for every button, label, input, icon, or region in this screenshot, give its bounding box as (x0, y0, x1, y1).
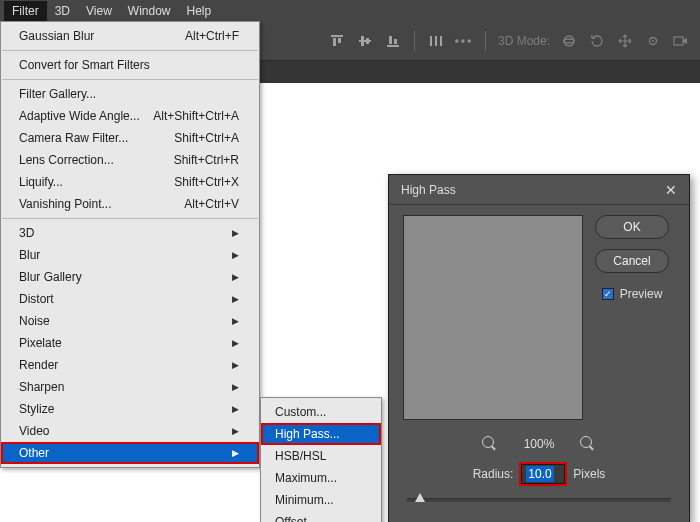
menu-noise-sub[interactable]: Noise▶ (1, 310, 259, 332)
zoom-in-icon[interactable] (580, 436, 596, 452)
menu-vanishing-point[interactable]: Vanishing Point...Alt+Ctrl+V (1, 193, 259, 215)
menu-convert-smart[interactable]: Convert for Smart Filters (1, 54, 259, 76)
separator (2, 79, 258, 80)
svg-rect-7 (389, 36, 392, 44)
label: Stylize (19, 402, 54, 416)
menu-camera-raw[interactable]: Camera Raw Filter...Shift+Ctrl+A (1, 127, 259, 149)
label: Vanishing Point... (19, 197, 112, 211)
submenu-custom[interactable]: Custom... (261, 401, 381, 423)
high-pass-dialog: High Pass ✕ OK Cancel ✓ Preview 100% Rad… (388, 174, 690, 522)
label: Blur (19, 248, 40, 262)
menu-blur-sub[interactable]: Blur▶ (1, 244, 259, 266)
menu-sharpen-sub[interactable]: Sharpen▶ (1, 376, 259, 398)
separator (2, 218, 258, 219)
cancel-button[interactable]: Cancel (595, 249, 669, 273)
label: Gaussian Blur (19, 29, 94, 43)
rotate-3d-icon[interactable] (588, 32, 606, 50)
submenu-minimum[interactable]: Minimum... (261, 489, 381, 511)
more-icon[interactable]: ••• (455, 32, 473, 50)
shortcut: Alt+Shift+Ctrl+A (153, 109, 239, 123)
arrow-icon: ▶ (232, 294, 239, 304)
arrow-icon: ▶ (232, 250, 239, 260)
separator (485, 31, 486, 51)
close-icon[interactable]: ✕ (661, 180, 681, 200)
menu-view[interactable]: View (78, 1, 120, 21)
svg-rect-2 (338, 38, 341, 43)
menu-filter[interactable]: Filter (4, 1, 47, 21)
preview-area[interactable] (403, 215, 583, 420)
label: 3D (19, 226, 34, 240)
zoom-level: 100% (524, 437, 555, 451)
menu-video-sub[interactable]: Video▶ (1, 420, 259, 442)
menu-distort-sub[interactable]: Distort▶ (1, 288, 259, 310)
menu-window[interactable]: Window (120, 1, 179, 21)
menu-filter-gallery[interactable]: Filter Gallery... (1, 83, 259, 105)
menu-blur-gallery-sub[interactable]: Blur Gallery▶ (1, 266, 259, 288)
mode-label: 3D Mode: (498, 34, 550, 48)
menu-help[interactable]: Help (179, 1, 220, 21)
align-vmiddle-icon[interactable] (356, 32, 374, 50)
submenu-hsb-hsl[interactable]: HSB/HSL (261, 445, 381, 467)
menubar: Filter 3D View Window Help (0, 0, 700, 21)
orbit-3d-icon[interactable] (560, 32, 578, 50)
menu-other-sub[interactable]: Other▶ (1, 442, 259, 464)
other-submenu: Custom... High Pass... HSB/HSL Maximum..… (260, 397, 382, 522)
label: Noise (19, 314, 50, 328)
dialog-title-bar[interactable]: High Pass ✕ (389, 175, 689, 205)
radius-row: Radius: 10.0 Pixels (389, 460, 689, 494)
menu-adaptive-wide-angle[interactable]: Adaptive Wide Angle...Alt+Shift+Ctrl+A (1, 105, 259, 127)
menu-render-sub[interactable]: Render▶ (1, 354, 259, 376)
slide-3d-icon[interactable] (644, 32, 662, 50)
svg-rect-1 (333, 38, 336, 46)
arrow-icon: ▶ (232, 272, 239, 282)
label: Camera Raw Filter... (19, 131, 128, 145)
separator (414, 31, 415, 51)
svg-rect-11 (440, 36, 442, 46)
menu-gaussian-blur[interactable]: Gaussian Blur Alt+Ctrl+F (1, 25, 259, 47)
dialog-title: High Pass (401, 183, 456, 197)
label: Sharpen (19, 380, 64, 394)
radius-label: Radius: (473, 467, 514, 481)
label: Liquify... (19, 175, 63, 189)
zoom-controls: 100% (389, 434, 689, 460)
pan-3d-icon[interactable] (616, 32, 634, 50)
submenu-maximum[interactable]: Maximum... (261, 467, 381, 489)
arrow-icon: ▶ (232, 360, 239, 370)
shortcut: Shift+Ctrl+X (174, 175, 239, 189)
label: Adaptive Wide Angle... (19, 109, 140, 123)
distribute-h-icon[interactable] (427, 32, 445, 50)
preview-checkbox[interactable]: ✓ Preview (602, 287, 663, 301)
label: Video (19, 424, 49, 438)
radius-slider[interactable] (407, 494, 671, 510)
radius-value: 10.0 (526, 466, 553, 482)
svg-rect-9 (430, 36, 432, 46)
svg-point-12 (564, 36, 574, 46)
menu-pixelate-sub[interactable]: Pixelate▶ (1, 332, 259, 354)
submenu-offset[interactable]: Offset... (261, 511, 381, 522)
align-top-icon[interactable] (328, 32, 346, 50)
label: Filter Gallery... (19, 87, 96, 101)
radius-input[interactable]: 10.0 (521, 464, 565, 484)
preview-label: Preview (620, 287, 663, 301)
ok-button[interactable]: OK (595, 215, 669, 239)
align-bottom-icon[interactable] (384, 32, 402, 50)
zoom-out-icon[interactable] (482, 436, 498, 452)
menu-stylize-sub[interactable]: Stylize▶ (1, 398, 259, 420)
label: Other (19, 446, 49, 460)
camera-3d-icon[interactable] (672, 32, 690, 50)
svg-rect-0 (331, 35, 343, 37)
submenu-high-pass[interactable]: High Pass... (261, 423, 381, 445)
slider-thumb-icon[interactable] (415, 493, 425, 502)
svg-rect-5 (366, 38, 369, 44)
menu-lens-correction[interactable]: Lens Correction...Shift+Ctrl+R (1, 149, 259, 171)
label: Convert for Smart Filters (19, 58, 150, 72)
menu-3d-sub[interactable]: 3D▶ (1, 222, 259, 244)
arrow-icon: ▶ (232, 316, 239, 326)
menu-3d[interactable]: 3D (47, 1, 78, 21)
svg-rect-16 (674, 37, 683, 45)
arrow-icon: ▶ (232, 404, 239, 414)
menu-liquify[interactable]: Liquify...Shift+Ctrl+X (1, 171, 259, 193)
svg-rect-6 (387, 45, 399, 47)
label: Distort (19, 292, 54, 306)
label: Blur Gallery (19, 270, 82, 284)
